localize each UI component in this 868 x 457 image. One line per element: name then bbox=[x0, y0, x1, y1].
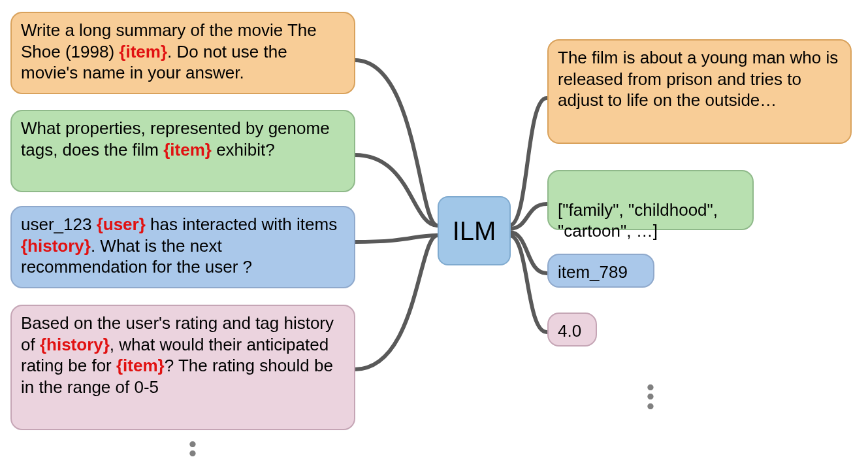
edge-in-props bbox=[355, 155, 438, 226]
output-rec-box: item_789 bbox=[547, 254, 654, 288]
edge-out-rec bbox=[509, 232, 547, 273]
ellipsis-icon: ••• bbox=[189, 439, 197, 457]
edge-in-summary bbox=[355, 60, 438, 226]
edge-out-summary bbox=[509, 98, 547, 226]
output-summary-text: The film is about a young man who is rel… bbox=[558, 48, 838, 110]
text: user_123 bbox=[21, 214, 97, 234]
output-rating-box: 4.0 bbox=[547, 313, 597, 347]
edge-in-rec bbox=[355, 235, 438, 242]
text: has interacted with items bbox=[146, 214, 337, 234]
edge-in-rating bbox=[355, 235, 438, 369]
edge-out-props bbox=[509, 204, 547, 229]
token-item: {item} bbox=[163, 140, 212, 160]
ilm-node: ILM bbox=[438, 196, 511, 265]
input-summary-box: Write a long summary of the movie The Sh… bbox=[10, 12, 355, 94]
output-props-text: ["family", "childhood", "cartoon", …] bbox=[558, 200, 718, 241]
text: exhibit? bbox=[212, 140, 275, 160]
token-history: {history} bbox=[21, 236, 91, 256]
token-user: {user} bbox=[97, 214, 146, 234]
output-props-box: ["family", "childhood", "cartoon", …] bbox=[547, 170, 754, 230]
output-rec-text: item_789 bbox=[558, 262, 628, 282]
token-item: {item} bbox=[119, 42, 167, 61]
token-item: {item} bbox=[116, 356, 165, 375]
input-rec-box: user_123 {user} has interacted with item… bbox=[10, 206, 355, 288]
ellipsis-icon: ••• bbox=[647, 382, 654, 411]
output-summary-box: The film is about a young man who is rel… bbox=[547, 39, 852, 144]
input-props-box: What properties, represented by genome t… bbox=[10, 110, 355, 192]
token-history: {history} bbox=[40, 335, 110, 354]
output-rating-text: 4.0 bbox=[558, 321, 581, 341]
ilm-label: ILM bbox=[453, 216, 496, 246]
edge-out-rating bbox=[509, 235, 547, 332]
input-rating-box: Based on the user's rating and tag histo… bbox=[10, 305, 355, 430]
